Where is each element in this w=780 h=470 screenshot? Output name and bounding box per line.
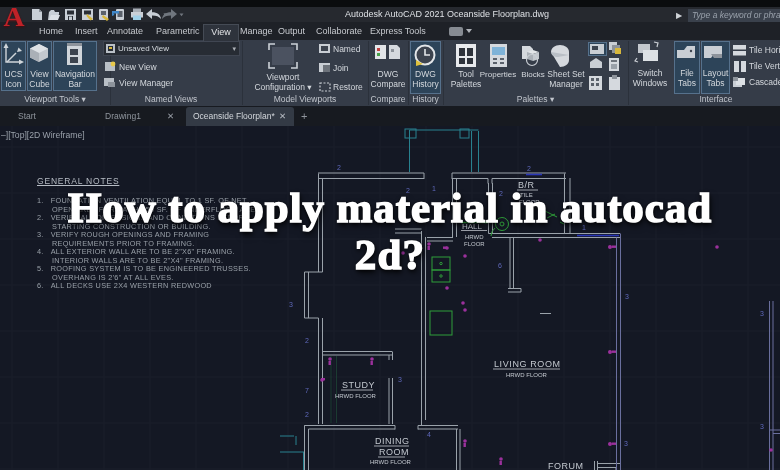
svg-text:4: 4: [427, 431, 431, 438]
svg-text:HRWD FLOOR: HRWD FLOOR: [335, 393, 377, 399]
svg-text:3: 3: [760, 423, 764, 430]
svg-text:3: 3: [624, 440, 628, 447]
svg-text:3: 3: [625, 293, 629, 300]
svg-text:ROOM: ROOM: [379, 447, 409, 457]
svg-text:2: 2: [305, 411, 309, 418]
svg-text:2: 2: [305, 337, 309, 344]
svg-text:2: 2: [527, 165, 531, 172]
svg-text:3: 3: [289, 301, 293, 308]
svg-text:2: 2: [337, 164, 341, 171]
svg-text:FORUM: FORUM: [548, 461, 584, 470]
svg-text:7: 7: [305, 387, 309, 394]
svg-text:3: 3: [398, 376, 402, 383]
svg-text:3: 3: [760, 310, 764, 317]
svg-text:HRWD FLOOR: HRWD FLOOR: [370, 459, 412, 465]
svg-text:HRWD FLOOR: HRWD FLOOR: [506, 372, 548, 378]
svg-text:STUDY: STUDY: [342, 380, 375, 390]
svg-text:LIVING ROOM: LIVING ROOM: [494, 359, 561, 369]
svg-text:DINING: DINING: [375, 436, 410, 446]
